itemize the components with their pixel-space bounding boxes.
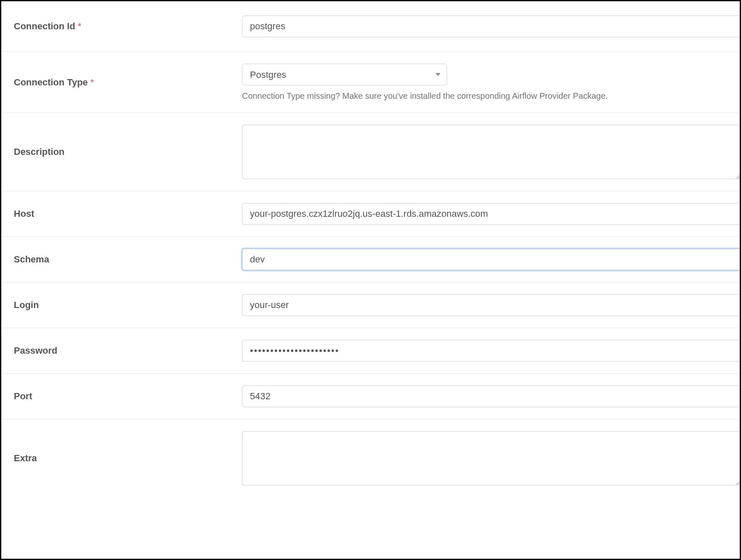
- host-input[interactable]: [242, 203, 740, 225]
- description-input[interactable]: [242, 125, 740, 179]
- label-text: Host: [14, 208, 34, 219]
- label-text: Description: [14, 146, 64, 157]
- label-text: Login: [14, 300, 39, 311]
- extra-input[interactable]: [242, 431, 740, 486]
- label-host: Host: [1, 191, 242, 236]
- connection-id-input[interactable]: [242, 15, 740, 37]
- label-password: Password: [1, 328, 242, 373]
- row-port: Port: [1, 374, 740, 419]
- row-host: Host: [1, 191, 740, 237]
- label-text: Connection Id: [14, 21, 75, 32]
- password-input[interactable]: [242, 340, 740, 362]
- label-description: Description: [1, 113, 242, 191]
- label-extra: Extra: [1, 419, 242, 497]
- label-text: Connection Type: [14, 77, 88, 88]
- row-connection-id: Connection Id *: [1, 1, 740, 52]
- row-connection-type: Connection Type * Postgres Connection Ty…: [1, 52, 740, 113]
- label-text: Port: [14, 391, 32, 402]
- label-connection-id: Connection Id *: [1, 1, 242, 51]
- connection-type-select-wrap: Postgres: [242, 64, 447, 85]
- schema-input[interactable]: [242, 249, 740, 270]
- required-asterisk-icon: *: [78, 21, 82, 32]
- required-asterisk-icon: *: [90, 77, 94, 88]
- label-text: Extra: [14, 453, 37, 464]
- connection-type-select[interactable]: Postgres: [242, 64, 447, 85]
- connection-form: Connection Id * Connection Type * Postgr…: [0, 0, 741, 560]
- label-connection-type: Connection Type *: [1, 52, 242, 113]
- label-text: Schema: [14, 254, 49, 265]
- label-schema: Schema: [1, 237, 242, 282]
- label-text: Password: [14, 345, 57, 356]
- label-login: Login: [1, 283, 242, 328]
- port-input[interactable]: [242, 385, 740, 407]
- connection-type-help: Connection Type missing? Make sure you'v…: [242, 91, 740, 101]
- row-extra: Extra: [1, 419, 740, 497]
- row-login: Login: [1, 283, 740, 328]
- row-password: Password: [1, 328, 740, 374]
- row-description: Description: [1, 113, 740, 191]
- row-schema: Schema: [1, 237, 740, 283]
- login-input[interactable]: [242, 294, 740, 316]
- label-port: Port: [1, 374, 242, 419]
